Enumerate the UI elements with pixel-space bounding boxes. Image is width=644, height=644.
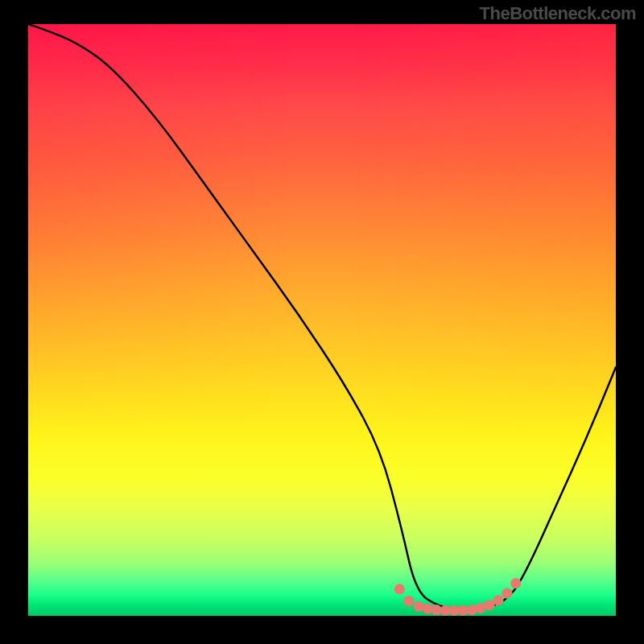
highlight-dot — [403, 596, 414, 606]
highlight-dot — [467, 605, 477, 615]
plot-area — [28, 24, 616, 616]
highlight-dots-group — [394, 578, 522, 616]
highlight-dot — [502, 588, 512, 598]
attribution-label: TheBottleneck.com — [480, 3, 636, 24]
bottleneck-curve-path — [28, 24, 616, 610]
highlight-dot — [394, 584, 405, 594]
chart-frame: TheBottleneck.com — [0, 0, 644, 644]
highlight-dot — [510, 578, 521, 588]
curve-layer — [28, 24, 616, 616]
highlight-dot — [493, 595, 503, 605]
